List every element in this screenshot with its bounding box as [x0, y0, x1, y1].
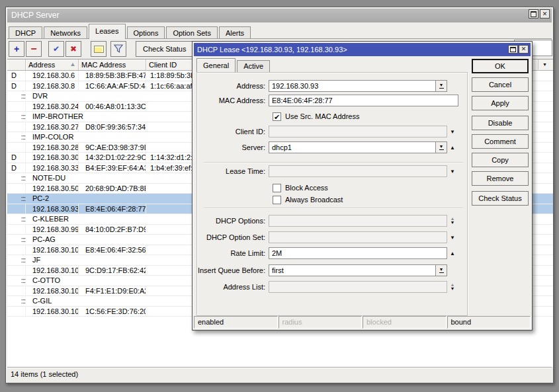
comment-note-icon: [94, 46, 104, 53]
remove-button[interactable]: −: [26, 41, 42, 57]
items-count: 14 items (1 selected): [11, 370, 78, 378]
dhcp-options-field[interactable]: [269, 215, 447, 227]
tab-option-sets[interactable]: Option Sets: [166, 26, 217, 39]
window-titlebar[interactable]: DHCP Server: [7, 9, 552, 22]
always-broadcast-row: Always Broadcast: [273, 194, 343, 206]
dhcp-option-set-dropdown-icon[interactable]: ▼: [447, 235, 458, 241]
dialog-close-icon[interactable]: ✕: [519, 45, 529, 54]
dhcp-option-set-field[interactable]: [269, 231, 447, 243]
tab-dhcp[interactable]: DHCP: [9, 26, 42, 39]
tab-general[interactable]: General: [196, 58, 236, 72]
use-src-mac-checkbox[interactable]: ✔: [273, 112, 281, 121]
tab-active[interactable]: Active: [237, 60, 270, 72]
column-header-address[interactable]: Address: [26, 59, 79, 70]
address-row: Address: 192.168.30.93 ▼: [197, 80, 467, 92]
x-icon: ✖: [70, 44, 77, 54]
address-label: Address:: [197, 82, 269, 90]
lease-time-dropdown-icon[interactable]: ▼: [447, 169, 458, 175]
status-bound: bound: [447, 316, 531, 329]
window-statusbar: 14 items (1 selected): [7, 367, 552, 381]
insert-queue-field[interactable]: first ▼: [269, 264, 447, 276]
dhcp-option-set-row: DHCP Option Set: ▼: [197, 231, 467, 243]
toolbar: + − ✔ ✖ Check Status: [9, 40, 193, 58]
disable-button[interactable]: ✖: [65, 41, 81, 57]
window-title: DHCP Server: [11, 11, 59, 20]
server-droplist-icon[interactable]: ▼: [435, 142, 447, 153]
disable-button[interactable]: Disable: [472, 116, 529, 130]
tab-leases[interactable]: Leases: [89, 24, 125, 39]
check-status-button[interactable]: Check Status: [472, 191, 529, 206]
chevron-down-icon: ▼: [542, 62, 547, 67]
tab-options[interactable]: Options: [127, 26, 165, 39]
always-broadcast-checkbox[interactable]: [273, 196, 281, 204]
status-blocked: blocked: [363, 316, 447, 329]
rate-limit-field[interactable]: 2M: [269, 247, 447, 259]
block-access-label: Block Access: [285, 184, 328, 192]
copy-button[interactable]: Copy: [472, 153, 529, 167]
address-list-label: Address List:: [197, 283, 269, 291]
insert-queue-label: Insert Queue Before:: [197, 266, 269, 274]
server-collapse-icon[interactable]: ▲: [447, 145, 458, 151]
dhcp-options-updown-icon[interactable]: ▲▼: [447, 217, 458, 225]
tab-networks[interactable]: Networks: [44, 26, 87, 39]
insert-queue-row: Insert Queue Before: first ▼: [197, 264, 467, 276]
section-divider: [204, 162, 463, 163]
client-id-row: Client ID: ▼: [197, 126, 467, 137]
section-divider: [204, 208, 463, 208]
check-icon: ✔: [53, 44, 60, 54]
dialog-maximize-icon[interactable]: [508, 45, 518, 54]
status-radius: radius: [279, 316, 363, 329]
address-list-updown-icon[interactable]: ▲▼: [447, 283, 458, 291]
address-list-field[interactable]: [269, 281, 447, 293]
address-droplist-icon[interactable]: ▼: [435, 81, 447, 91]
mac-row: MAC Address: E8:4E:06:4F:28:77: [197, 95, 467, 106]
dhcp-lease-dialog: DHCP Lease <192.168.30.93, 192.168.30.93…: [192, 41, 533, 331]
rate-limit-label: Rate Limit:: [197, 249, 269, 257]
window-tabs: DHCP Networks Leases Options Option Sets…: [9, 25, 252, 39]
comment-button[interactable]: Comment: [472, 134, 529, 149]
address-field[interactable]: 192.168.30.93 ▼: [269, 80, 447, 92]
rate-limit-collapse-icon[interactable]: ▲: [447, 251, 458, 256]
add-button[interactable]: +: [9, 41, 24, 57]
address-list-row: Address List: ▲▼: [197, 281, 467, 293]
status-enabled: enabled: [194, 316, 278, 329]
filter-button[interactable]: [110, 41, 126, 57]
column-header-flags[interactable]: [7, 59, 26, 70]
use-src-mac-label: Use Src. MAC Address: [285, 112, 359, 120]
always-broadcast-label: Always Broadcast: [285, 196, 343, 204]
client-id-dropdown-icon[interactable]: ▼: [447, 129, 458, 135]
filter-funnel-icon: [113, 44, 124, 54]
maximize-icon[interactable]: [529, 9, 538, 19]
server-field[interactable]: dhcp1 ▼: [269, 141, 447, 153]
close-icon[interactable]: ✕: [540, 9, 550, 19]
dialog-titlebar[interactable]: DHCP Lease <192.168.30.93, 192.168.30.93…: [194, 43, 531, 56]
ok-button[interactable]: OK: [472, 59, 529, 73]
enable-button[interactable]: ✔: [48, 41, 64, 57]
tab-alerts[interactable]: Alerts: [219, 26, 251, 39]
cancel-button[interactable]: Cancel: [472, 77, 529, 92]
check-status-button[interactable]: Check Status: [136, 41, 193, 57]
comment-button[interactable]: [91, 41, 107, 57]
dhcp-option-set-label: DHCP Option Set:: [197, 233, 269, 241]
mac-label: MAC Address:: [197, 97, 269, 104]
column-select-button[interactable]: ▼: [538, 59, 551, 69]
general-tab-page: Address: 192.168.30.93 ▼ MAC Address: E8…: [196, 72, 468, 316]
mac-field[interactable]: E8:4E:06:4F:28:77: [269, 95, 458, 106]
sort-ascending-icon: [71, 63, 75, 66]
dhcp-options-row: DHCP Options: ▲▼: [197, 215, 467, 227]
block-access-checkbox[interactable]: [273, 184, 281, 192]
dhcp-options-label: DHCP Options:: [197, 217, 269, 225]
block-access-row: Block Access: [273, 182, 328, 194]
remove-button[interactable]: Remove: [472, 171, 529, 186]
lease-time-label: Lease Time:: [197, 167, 269, 175]
dialog-tabs: General Active: [196, 59, 271, 72]
apply-button[interactable]: Apply: [472, 96, 529, 110]
plus-icon: +: [14, 44, 19, 54]
insert-queue-droplist-icon[interactable]: ▼: [435, 265, 447, 276]
column-header-mac[interactable]: MAC Address: [79, 59, 146, 70]
lease-time-field[interactable]: [269, 165, 447, 177]
client-id-field[interactable]: [269, 126, 447, 137]
rate-limit-row: Rate Limit: 2M ▲: [197, 247, 467, 259]
dialog-title: DHCP Lease <192.168.30.93, 192.168.30.93…: [197, 46, 347, 54]
lease-time-row: Lease Time: ▼: [197, 165, 467, 177]
